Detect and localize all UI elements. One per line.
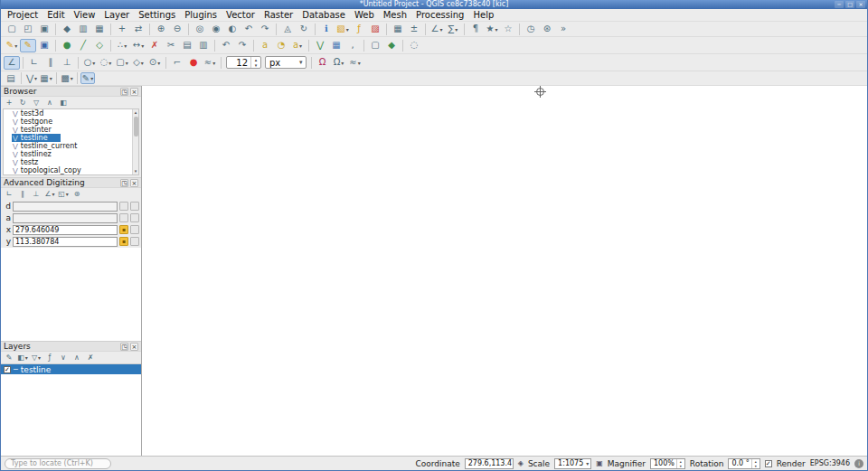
field-input-d[interactable] <box>13 202 118 212</box>
open-layer-styling-icon[interactable]: ✎ <box>3 353 15 363</box>
zoom-last-icon[interactable]: ↶ <box>241 23 257 36</box>
circle-from-2-points-icon[interactable]: ○▾ <box>81 56 98 70</box>
labeling-options-icon[interactable]: a▾ <box>289 39 306 52</box>
dropdown-arrow-icon[interactable]: ▾ <box>157 60 160 66</box>
dropdown-arrow-icon[interactable]: ▾ <box>50 75 52 81</box>
dropdown-arrow-icon[interactable]: ▾ <box>346 26 349 33</box>
repeat-lock-icon[interactable] <box>130 213 139 222</box>
cut-features-icon[interactable]: ✂ <box>163 39 179 52</box>
style-manager-icon[interactable]: ◆ <box>59 23 75 36</box>
dropdown-arrow-icon[interactable]: ▾ <box>141 60 144 66</box>
scroll-down-icon[interactable]: ▾ <box>135 168 137 174</box>
advdig-float-icon[interactable]: ◳ <box>120 179 128 187</box>
dropdown-arrow-icon[interactable]: ▾ <box>126 60 128 66</box>
construction-mode-panel-icon[interactable]: ∟ <box>3 189 15 200</box>
enable-advanced-digitizing-icon[interactable]: ∠ <box>4 56 20 70</box>
project-save-icon[interactable]: ▣ <box>36 23 52 36</box>
show-bookmarks-icon[interactable]: ☆ <box>500 23 516 36</box>
remove-layer-icon[interactable]: ✗ <box>84 353 97 363</box>
layers-float-icon[interactable]: ◳ <box>120 343 128 351</box>
dropdown-arrow-icon[interactable]: ▾ <box>66 191 69 197</box>
map-tips-icon[interactable]: ¶ <box>467 23 484 36</box>
menu-item-web[interactable]: Web <box>350 10 379 20</box>
snapping-options-icon[interactable]: Ω▾ <box>331 56 347 70</box>
repeat-lock-icon[interactable] <box>130 237 139 246</box>
pan-map-icon[interactable]: + <box>114 23 130 36</box>
new-print-layout-icon[interactable]: ▥ <box>75 23 91 36</box>
browser-item-test3d[interactable]: ⋁test3d <box>4 109 131 118</box>
new-shapefile-layer-icon[interactable]: ▢ <box>367 39 383 52</box>
project-open-icon[interactable]: ◰ <box>20 23 36 36</box>
temporal-controller-icon[interactable]: ◷ <box>523 23 539 36</box>
refresh-map-icon[interactable]: ↻ <box>296 23 312 36</box>
zoom-to-selection-icon[interactable]: ◉ <box>208 23 224 36</box>
undo-icon[interactable]: ↶ <box>218 39 234 52</box>
stream-digitizing-icon[interactable]: ≈▾ <box>202 56 218 70</box>
dropdown-arrow-icon[interactable]: ▾ <box>14 42 17 49</box>
dropdown-arrow-icon[interactable]: ▾ <box>212 60 215 66</box>
field-input-y[interactable]: 113.380784 <box>13 237 118 247</box>
dropdown-arrow-icon[interactable]: ▾ <box>586 460 589 466</box>
crs-status-button[interactable]: EPSG:3946 <box>810 459 850 467</box>
save-layer-edits-icon[interactable]: ▣ <box>36 39 52 52</box>
common-angle-snapping-icon[interactable]: ∠▾ <box>43 189 56 200</box>
snapping-toggle-icon[interactable]: Ω <box>315 56 331 70</box>
move-feature-icon[interactable]: ↔▾ <box>130 39 146 52</box>
filter-legend-icon[interactable]: ▽▾ <box>30 353 42 363</box>
copy-features-icon[interactable]: ▤ <box>179 39 195 52</box>
regular-polygon-icon[interactable]: ◇▾ <box>130 56 146 70</box>
browser-item-topological_copy[interactable]: ⋁topological_copy <box>4 166 131 174</box>
paste-features-icon[interactable]: ▥ <box>195 39 212 52</box>
browser-close-icon[interactable]: × <box>130 88 138 96</box>
layer-item-testline[interactable]: ✓─testline <box>1 364 141 374</box>
current-edits-icon[interactable]: ✎▾ <box>4 39 20 52</box>
dropdown-arrow-icon[interactable]: ▾ <box>141 42 144 49</box>
menu-item-database[interactable]: Database <box>297 10 350 20</box>
ellipse-digitize-icon[interactable]: ⊙▾ <box>146 56 163 70</box>
dropdown-arrow-icon[interactable]: ▾ <box>34 75 37 81</box>
layer-visibility-checkbox[interactable]: ✓ <box>4 366 11 373</box>
toggle-editing-icon[interactable]: ✎ <box>20 39 36 52</box>
dropdown-arrow-icon[interactable]: ▾ <box>358 60 361 66</box>
rotation-spinbox[interactable]: 0.0 ° ▴▾ <box>728 458 760 469</box>
spin-down-icon[interactable]: ▾ <box>752 464 760 468</box>
properties-widget-icon[interactable]: ◧ <box>57 98 70 108</box>
layer-diagram-icon[interactable]: ◔ <box>273 39 289 52</box>
identify-features-icon[interactable]: ℹ <box>318 23 335 36</box>
add-vector-layer-small-icon[interactable]: ⋁▾ <box>24 72 39 84</box>
render-checkbox[interactable]: ✓ <box>765 460 772 467</box>
dropdown-arrow-icon[interactable]: ▾ <box>108 60 111 66</box>
menu-item-mesh[interactable]: Mesh <box>379 10 411 20</box>
repeat-lock-icon[interactable] <box>130 225 139 234</box>
construction-mode-icon[interactable]: ∟ <box>26 56 42 70</box>
messages-icon[interactable]: i <box>854 459 863 468</box>
collapse-all-layers-icon[interactable]: ∧ <box>71 353 83 363</box>
lock-icon[interactable]: ▪ <box>119 225 128 234</box>
annotation-tools-icon[interactable]: ✎▾ <box>80 72 95 84</box>
select-by-expression-icon[interactable]: ƒ <box>351 23 367 36</box>
add-mesh-layer-small-icon[interactable]: ▩▾ <box>60 72 74 84</box>
zoom-in-icon[interactable]: ⊕ <box>153 23 169 36</box>
zoom-next-icon[interactable]: ↷ <box>257 23 273 36</box>
repeat-lock-icon[interactable] <box>130 202 139 211</box>
menu-item-edit[interactable]: Edit <box>42 10 69 20</box>
digitize-size-spin[interactable]: 12▴▾ <box>226 56 261 69</box>
dropdown-arrow-icon[interactable]: ▾ <box>495 26 497 33</box>
digitize-line-icon[interactable]: ╱ <box>75 39 91 52</box>
digitize-polygon-icon[interactable]: ◇ <box>91 39 108 52</box>
add-raster-layer-small-icon[interactable]: ▦▾ <box>39 72 53 84</box>
floater-settings-icon[interactable]: ◱▾ <box>57 189 70 200</box>
menu-item-vector[interactable]: Vector <box>222 10 259 20</box>
dropdown-arrow-icon[interactable]: ▾ <box>90 75 93 81</box>
map-canvas[interactable] <box>142 86 867 456</box>
tracing-icon[interactable]: ≈▾ <box>347 56 363 70</box>
layer-labeling-icon[interactable]: a <box>257 39 273 52</box>
field-calculator-icon[interactable]: ± <box>406 23 422 36</box>
add-delimited-text-layer-icon[interactable]: , <box>344 39 361 52</box>
dropdown-arrow-icon[interactable]: ▾ <box>299 42 302 49</box>
project-new-icon[interactable]: ▢ <box>4 23 20 36</box>
coordinate-input[interactable]: 279.6,113.4 <box>465 458 514 469</box>
browser-float-icon[interactable]: ◳ <box>120 88 128 96</box>
refresh-browser-icon[interactable]: ↻ <box>16 98 29 108</box>
browser-scrollbar[interactable]: ▴ ▾ <box>132 109 138 174</box>
